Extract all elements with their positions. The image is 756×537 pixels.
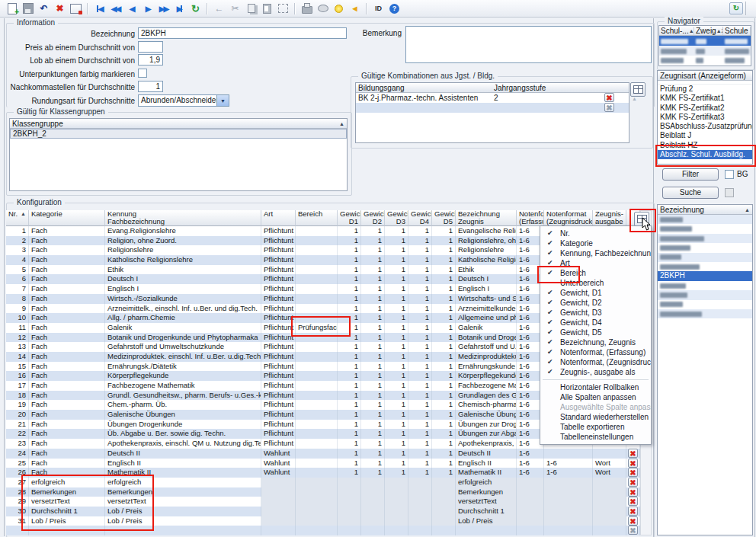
menu-item[interactable]: Kategorie✔ [540,238,651,248]
delete-row-icon[interactable]: ✖ [628,449,638,458]
menu-item[interactable]: Gewicht, D1✔ [540,288,651,298]
list-item[interactable] [658,281,752,290]
nav-next-icon[interactable]: ▶ [140,2,155,15]
list-item[interactable] [658,290,752,299]
list-item[interactable]: Prüfung 2 [658,85,752,94]
konfiguration-table-header[interactable]: Nr.▲KategorieKennungFachbezeichnungArtBe… [6,210,640,226]
menu-item[interactable]: Gewicht, D4✔ [540,318,651,328]
nav-next-fast-icon[interactable]: ▶▶ [156,2,171,15]
navigator-header[interactable]: Schul-...▲1Zweig▲2Schule [659,26,751,36]
column-header[interactable]: Bereich [296,210,338,226]
sort-asc-icon[interactable]: ▲ [745,207,750,213]
table-row[interactable]: 28BemerkungenBemerkungenBemerkungen✖ [6,487,640,497]
id-icon[interactable]: ID [371,2,386,15]
sort-asc-icon[interactable]: ▲ [339,121,344,126]
table-row[interactable]: 24FachDeutsch IIWahlunt11111Deutsch II1-… [6,449,640,459]
table-row[interactable]: 26FachMathematik IIWahlunt11111Mathemati… [6,468,640,478]
window-refresh-icon[interactable]: ↻ [729,2,743,14]
menu-item[interactable]: Standard wiederherstellen [540,412,651,422]
delete-row-icon[interactable]: ✖ [628,507,638,516]
unterpunktungen-checkbox[interactable] [138,69,147,78]
klassengruppe-column-header[interactable]: Klassengruppe [12,120,63,128]
lob-input[interactable]: 1,9 [138,54,163,66]
zeugnisart-header[interactable]: Zeugnisart (Anzeigeform) [658,71,752,81]
table-row-empty[interactable]: ✖ [6,526,640,535]
delete-row-icon[interactable]: ✖ [628,468,638,477]
edit-grid-icon[interactable] [69,2,83,15]
back-icon[interactable]: ← [212,2,226,15]
column-header[interactable]: GewichtD3 [385,210,408,226]
menu-item[interactable]: Zeugnis-, ausgabe als✔ [540,367,651,377]
menu-item[interactable]: Nr.✔ [540,229,651,238]
cut-icon[interactable]: ✂ [228,2,242,15]
column-header[interactable]: GewichtD1 [338,210,361,226]
bezeichnung-list-header[interactable]: Bezeichnung ▲ [658,205,752,215]
column-header[interactable]: GewichtD5 [432,210,456,226]
refresh-icon[interactable]: ↻ [188,2,203,15]
delete-row-icon[interactable]: ✖ [628,478,638,487]
list-item[interactable]: BSAbschluss-Zusatzprüfung [658,122,752,131]
hint-icon[interactable] [332,2,346,15]
paste-icon[interactable] [260,2,274,15]
menu-item[interactable]: Bezeichnung, Zeugnis✔ [540,337,651,347]
delete-row-icon[interactable]: ✖ [604,93,614,102]
list-item[interactable] [658,253,752,262]
column-header[interactable]: Nr.▲ [6,210,29,226]
list-item[interactable] [658,243,752,252]
bezeichnung-input[interactable]: 2BKPH [138,27,347,39]
table-row[interactable]: ✖ [356,103,629,113]
table-row[interactable]: 25FachEnglisch IIWahlunt11111Englisch II… [6,459,640,468]
jahrgangsstufe-column-header[interactable]: Jahrgangsstufe [494,84,608,92]
column-header[interactable]: Art [261,210,296,226]
menu-item[interactable]: Notenformat, (Zeugnisdruck)✔ [540,357,651,367]
delete-row-icon[interactable]: ✖ [628,516,638,526]
undo-icon[interactable]: ↶ [37,2,51,15]
table-row[interactable] [659,36,751,46]
column-header[interactable]: GewichtD2 [361,210,385,226]
nachkommastellen-input[interactable]: 1 [138,81,163,92]
save-icon[interactable] [21,2,35,15]
menu-item[interactable]: Tabelle exportieren [540,422,651,432]
table-row[interactable]: 27erfolgreicherfolgreicherfolgreich✖ [6,478,640,487]
nav-prev-icon[interactable]: ◀ [124,2,139,15]
list-item[interactable]: 2BKPH [658,271,752,280]
list-item[interactable] [658,234,752,243]
delete-row-icon[interactable]: ✖ [628,526,638,535]
filter-button[interactable]: Filter [662,168,719,181]
list-item[interactable] [658,262,752,271]
list-item[interactable] [658,309,752,318]
delete-row-icon[interactable]: ✖ [628,487,638,497]
column-header[interactable]: BezeichnungZeugnis [456,210,517,226]
announce-icon[interactable]: ◄ [348,2,362,15]
kombinationen-header[interactable]: Bildungsgang Jahrgangsstufe [356,83,629,93]
table-row[interactable]: BK 2-j.Pharmaz.-techn. Assistenten2✖ [356,93,629,103]
menu-item[interactable]: Art✔ [540,258,651,268]
menu-item[interactable]: Tabelleneinstellungen [540,432,651,442]
navigator-column-header[interactable]: Schule [723,27,751,35]
menu-item[interactable]: Gewicht, D2✔ [540,298,651,308]
menu-item[interactable]: Bereich✔ [540,268,651,278]
delete-icon[interactable]: ✖ [53,2,67,15]
list-item[interactable] [658,300,752,309]
delete-row-icon[interactable]: ✖ [604,103,614,112]
preview-icon[interactable] [316,2,330,15]
navigator-column-header[interactable]: Schul-...▲1 [659,27,694,35]
menu-item[interactable]: Gewicht, D3✔ [540,308,651,318]
column-header[interactable]: KennungFachbezeichnung [105,210,261,226]
navigator-column-header[interactable]: Zweig▲2 [694,27,723,35]
select-icon[interactable] [276,2,290,15]
column-header[interactable]: Kategorie [29,210,105,226]
column-header[interactable]: Notenformat(Erfassung) [517,210,544,226]
column-header[interactable]: Notenformat(Zeugnisdruck) [544,210,593,226]
column-header[interactable]: Zeugnis-ausgabe [593,210,626,226]
table-row[interactable]: 31Lob / PreisLob / PreisLob / Preis✖ [6,516,640,526]
nav-last-icon[interactable]: ▶ [172,2,187,15]
chevron-down-icon[interactable]: ▼ [216,95,229,106]
list-item[interactable]: Beiblatt HZ [658,141,752,150]
list-item[interactable]: Beiblatt J [658,131,752,140]
nav-prev-fast-icon[interactable]: ◀◀ [108,2,123,15]
list-item[interactable] [658,224,752,233]
menu-item[interactable]: Gewicht, D5✔ [540,328,651,337]
menu-item[interactable]: Alle Spalten anpassen [540,392,651,402]
bg-checkbox[interactable] [725,170,734,179]
